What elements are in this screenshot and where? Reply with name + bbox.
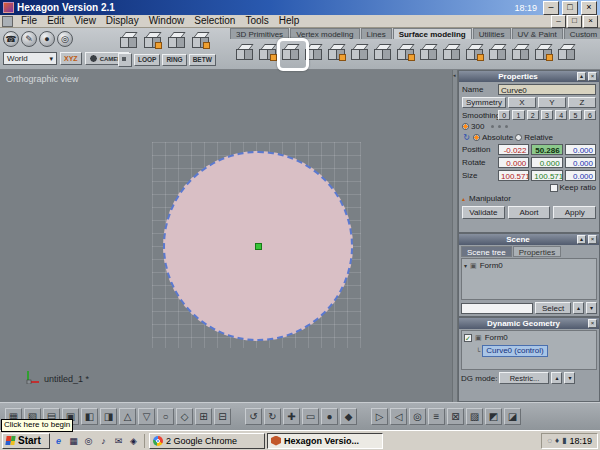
tab-custom[interactable]: Custom: [564, 28, 600, 39]
viewport-tool-icon[interactable]: ◎: [409, 408, 426, 425]
viewport-tool-icon[interactable]: △: [119, 408, 136, 425]
manipulator-expand-icon[interactable]: ▴: [462, 195, 465, 202]
mdi-restore-button[interactable]: □: [567, 15, 582, 28]
world-selector[interactable]: World ▾: [3, 52, 57, 65]
viewport-tool-icon[interactable]: ◨: [100, 408, 117, 425]
menu-selection[interactable]: Selection: [189, 15, 240, 27]
curve-center-point[interactable]: [255, 243, 262, 250]
edge-select-icon[interactable]: [118, 53, 132, 67]
panel-close-icon[interactable]: ×: [588, 235, 597, 244]
ring-tool-icon[interactable]: ◎: [57, 31, 73, 47]
viewport-tool-icon[interactable]: ✚: [283, 408, 300, 425]
apply-button[interactable]: Apply: [553, 206, 596, 219]
symmetry-button[interactable]: Symmetry: [462, 97, 506, 108]
tab-uv-paint[interactable]: UV & Paint: [512, 28, 563, 39]
viewport-tool-icon[interactable]: ↺: [245, 408, 262, 425]
viewport-tool-icon[interactable]: ▨: [466, 408, 483, 425]
viewport-tool-icon[interactable]: ▷: [371, 408, 388, 425]
phone-tool-icon[interactable]: ☎: [3, 31, 19, 47]
rotate-x-field[interactable]: 0.000: [498, 157, 529, 168]
absolute-radio[interactable]: [473, 134, 480, 141]
minimize-button[interactable]: –: [543, 1, 559, 15]
viewport-tool-icon[interactable]: ●: [321, 408, 338, 425]
tray-icon[interactable]: ◌: [547, 436, 552, 445]
viewport-tool-icon[interactable]: ▽: [138, 408, 155, 425]
surface-tool-11-icon[interactable]: [464, 43, 484, 61]
surface-tool-5-icon[interactable]: [326, 43, 346, 61]
smoothing-level-1[interactable]: 1: [512, 110, 524, 120]
dg-visible-checkbox[interactable]: ✓: [464, 334, 472, 342]
tab-lines[interactable]: Lines: [361, 28, 392, 39]
smoothing-level-6[interactable]: 6: [584, 110, 596, 120]
scroll-up-icon[interactable]: ▴: [573, 302, 584, 314]
scene-tree-item-form0[interactable]: ▾ ▣ Form0: [464, 261, 594, 270]
select-button[interactable]: Select: [535, 302, 571, 314]
mdi-close-button[interactable]: ×: [583, 15, 598, 28]
panel-collapse-icon[interactable]: ◂: [453, 72, 456, 78]
size-x-field[interactable]: 100.571: [498, 170, 529, 181]
surface-tool-7-icon[interactable]: [372, 43, 392, 61]
menu-window[interactable]: Window: [144, 15, 190, 27]
surface-tool-13-icon[interactable]: [510, 43, 530, 61]
quick-launch-icon[interactable]: ✉: [112, 436, 125, 446]
surface-tool-8-icon[interactable]: [395, 43, 415, 61]
manipulator-section-label[interactable]: Manipulator: [469, 194, 511, 203]
menu-view[interactable]: View: [69, 15, 101, 27]
select-object-icon[interactable]: [190, 31, 210, 49]
smoothing-level-3[interactable]: 3: [541, 110, 553, 120]
select-faces-icon[interactable]: [166, 31, 186, 49]
abort-button[interactable]: Abort: [508, 206, 551, 219]
tab-3d-primitives[interactable]: 3D Primitives: [230, 28, 289, 39]
quick-launch-icon[interactable]: e: [52, 436, 65, 446]
viewport-tool-icon[interactable]: ○: [157, 408, 174, 425]
tab-scene-tree[interactable]: Scene tree: [461, 246, 512, 257]
keep-ratio-checkbox[interactable]: [550, 184, 558, 192]
pen-tool-icon[interactable]: ✎: [21, 31, 37, 47]
menu-file[interactable]: File: [16, 15, 42, 27]
dg-option-up-icon[interactable]: ▴: [551, 372, 562, 384]
tab-vertex-modeling[interactable]: Vertex modeling: [290, 28, 359, 39]
task-hexagon[interactable]: Hexagon Versio...: [267, 433, 383, 449]
mdi-minimize-button[interactable]: –: [551, 15, 566, 28]
surface-tool-2-icon[interactable]: [257, 43, 277, 61]
axis-x-button[interactable]: X: [508, 97, 536, 108]
surface-tool-6-icon[interactable]: [349, 43, 369, 61]
viewport-tool-icon[interactable]: ◆: [340, 408, 357, 425]
size-y-field[interactable]: 100.571: [531, 170, 562, 181]
range-radio[interactable]: [462, 123, 469, 130]
tray-icon[interactable]: ▮: [562, 436, 566, 445]
tray-icon[interactable]: ♦: [555, 436, 559, 445]
surface-tool-3-icon[interactable]: [280, 43, 300, 61]
smoothing-level-4[interactable]: 4: [555, 110, 567, 120]
select-edges-icon[interactable]: [142, 31, 162, 49]
dg-option-down-icon[interactable]: ▾: [564, 372, 575, 384]
tab-surface-modeling[interactable]: Surface modeling: [393, 28, 472, 39]
viewport-tool-icon[interactable]: ⊠: [447, 408, 464, 425]
panel-up-icon[interactable]: ▴: [577, 72, 586, 81]
viewport-tool-icon[interactable]: ↻: [264, 408, 281, 425]
surface-tool-10-icon[interactable]: [441, 43, 461, 61]
viewport-tool-icon[interactable]: ◇: [176, 408, 193, 425]
loop-button[interactable]: LOOP: [134, 54, 160, 66]
viewport-tool-icon[interactable]: ≡: [428, 408, 445, 425]
viewport-tool-icon[interactable]: ◁: [390, 408, 407, 425]
smoothing-level-2[interactable]: 2: [527, 110, 539, 120]
task-google-chrome[interactable]: 2 Google Chrome: [149, 433, 265, 449]
surface-tool-4-icon[interactable]: [303, 43, 323, 61]
viewport-tool-icon[interactable]: ▭: [302, 408, 319, 425]
surface-tool-9-icon[interactable]: [418, 43, 438, 61]
quick-launch-icon[interactable]: ♪: [97, 436, 110, 446]
viewport-tool-icon[interactable]: ◩: [485, 408, 502, 425]
start-button[interactable]: Start: [2, 433, 50, 449]
tab-utilities[interactable]: Utilities: [473, 28, 511, 39]
viewport[interactable]: Orthographic view untitled_1 *: [0, 70, 452, 402]
axis-cycle-icon[interactable]: ↻: [462, 133, 471, 142]
sphere-tool-icon[interactable]: ●: [39, 31, 55, 47]
axis-z-button[interactable]: Z: [568, 97, 596, 108]
scene-filter-input[interactable]: [461, 303, 533, 314]
tree-expander-icon[interactable]: ▾: [464, 262, 467, 269]
close-button[interactable]: ×: [581, 1, 597, 15]
position-z-field[interactable]: 0.000: [565, 144, 596, 155]
menu-tools[interactable]: Tools: [240, 15, 273, 27]
smoothing-level-5[interactable]: 5: [569, 110, 581, 120]
